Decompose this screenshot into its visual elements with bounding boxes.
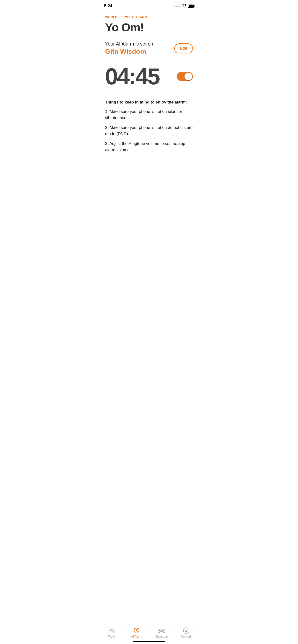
time-section: 04:45 [105,65,193,88]
status-bar: 5:24 [99,0,199,10]
alarm-section: Your AI Alarm is set on Gita Wisdom Edit [105,41,193,55]
alarm-minutes: 45 [135,64,159,89]
status-icons [174,4,194,8]
alarm-time: 04:45 [105,65,159,88]
status-time: 5:24 [104,4,112,8]
wifi-icon [182,4,186,8]
signal-icon [174,6,181,7]
app-tagline: WORLDS FIRST AI ALARM [105,15,193,19]
alarm-info: Your AI Alarm is set on Gita Wisdom [105,41,174,55]
edit-button[interactable]: Edit [174,43,193,54]
tip-item-3: 3. Adjust the Ringtone volume to set the… [105,141,193,153]
alarm-toggle[interactable] [177,72,193,81]
greeting: Yo Om! [105,21,193,34]
tip-item-2: 2. Make sure your phone is not on do not… [105,124,193,137]
tips-section: Things to keep in mind to enjoy the alar… [105,100,193,153]
main-content: WORLDS FIRST AI ALARM Yo Om! Your AI Ala… [99,10,199,153]
toggle-knob [185,72,192,80]
tip-item-1: 1. Make sure your phone is not on silent… [105,108,193,121]
alarm-hours: 04 [105,64,129,89]
battery-icon [188,4,194,8]
time-separator: : [129,64,135,89]
alarm-label: Your AI Alarm is set on [105,41,174,47]
alarm-type: Gita Wisdom [105,48,174,55]
tips-title: Things to keep in mind to enjoy the alar… [105,100,193,105]
